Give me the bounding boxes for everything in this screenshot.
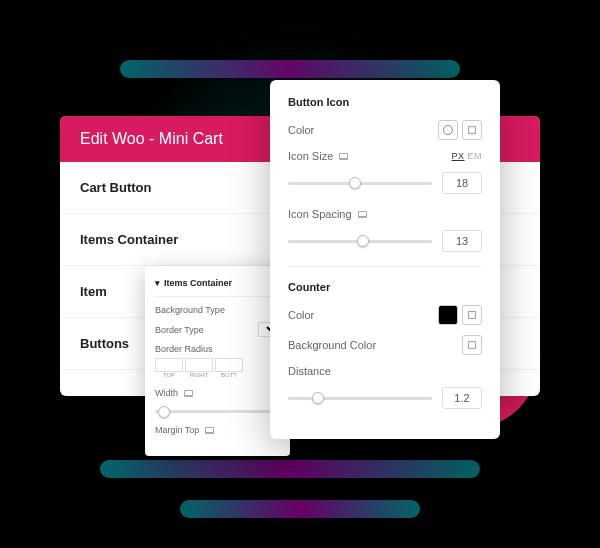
- radius-label-top: TOP: [155, 372, 183, 378]
- radius-label-right: RIGHT: [185, 372, 213, 378]
- unit-px[interactable]: PX: [451, 151, 464, 161]
- counter-heading: Counter: [288, 281, 482, 293]
- counter-distance-label: Distance: [288, 365, 331, 377]
- counter-color-label: Color: [288, 309, 314, 321]
- radius-label-bottom: BOTT: [215, 372, 243, 378]
- radius-bottom[interactable]: [215, 358, 243, 372]
- bg-type-label: Background Type: [155, 305, 225, 315]
- svg-point-0: [444, 126, 453, 135]
- counter-bgcolor-label: Background Color: [288, 339, 376, 351]
- icon-spacing-value[interactable]: [442, 230, 482, 252]
- counter-distance-value[interactable]: [442, 387, 482, 409]
- svg-rect-1: [469, 127, 476, 134]
- global-color-icon[interactable]: [438, 120, 458, 140]
- icon-size-value[interactable]: [442, 172, 482, 194]
- width-slider[interactable]: [155, 410, 280, 413]
- margin-top-label: Margin Top: [155, 425, 199, 435]
- width-label: Width: [155, 388, 178, 398]
- counter-bgcolor-swatch[interactable]: [462, 335, 482, 355]
- icon-spacing-label: Icon Spacing: [288, 208, 352, 220]
- responsive-icon[interactable]: [358, 211, 367, 218]
- icon-size-label: Icon Size: [288, 150, 333, 162]
- style-panel: Button Icon Color Icon Size PX EM Icon S…: [270, 80, 500, 439]
- icon-color-label: Color: [288, 124, 314, 136]
- responsive-icon[interactable]: [339, 153, 348, 160]
- items-container-title[interactable]: Items Container: [164, 278, 232, 288]
- unit-em[interactable]: EM: [468, 151, 483, 161]
- icon-spacing-slider[interactable]: [288, 240, 432, 243]
- responsive-icon[interactable]: [184, 390, 193, 397]
- radius-right[interactable]: [185, 358, 213, 372]
- border-radius-inputs: [155, 358, 280, 372]
- svg-rect-3: [469, 342, 476, 349]
- counter-color-swatch[interactable]: [438, 305, 458, 325]
- button-icon-heading: Button Icon: [288, 96, 482, 108]
- icon-size-slider[interactable]: [288, 182, 432, 185]
- icon-color-swatch[interactable]: [462, 120, 482, 140]
- items-container-panel: ▾ Items Container Background Type Border…: [145, 266, 290, 456]
- border-type-label: Border Type: [155, 325, 204, 335]
- responsive-icon[interactable]: [205, 427, 214, 434]
- radius-top[interactable]: [155, 358, 183, 372]
- caret-down-icon: ▾: [155, 278, 160, 288]
- svg-rect-2: [469, 312, 476, 319]
- counter-distance-slider[interactable]: [288, 397, 432, 400]
- clear-color-icon[interactable]: [462, 305, 482, 325]
- border-radius-label: Border Radius: [155, 344, 213, 354]
